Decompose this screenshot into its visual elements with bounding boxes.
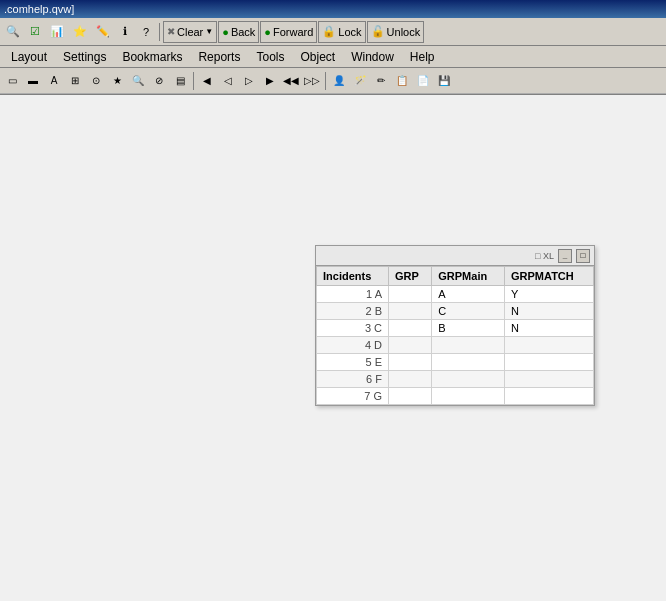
table-row[interactable]: 2 BCN bbox=[317, 303, 594, 320]
back-icon: ● bbox=[222, 26, 229, 38]
maximize-button[interactable]: □ bbox=[576, 249, 590, 263]
obj-icon-8: ⊘ bbox=[155, 75, 163, 86]
table-row[interactable]: 1 AAY bbox=[317, 286, 594, 303]
obj-icon-9: ▤ bbox=[176, 75, 185, 86]
tb2-btn-13[interactable]: ▶ bbox=[260, 71, 280, 91]
tb2-btn-15[interactable]: ▷▷ bbox=[302, 71, 322, 91]
cell-incidents: 1 A bbox=[317, 286, 389, 303]
obj-icon-19: 📋 bbox=[396, 75, 408, 86]
obj-icon-14: ◀◀ bbox=[283, 75, 299, 86]
info-icon: ℹ bbox=[123, 25, 127, 38]
tb2-btn-20[interactable]: 📄 bbox=[413, 71, 433, 91]
unlock-button[interactable]: 🔓 Unlock bbox=[367, 21, 425, 43]
tb2-btn-3[interactable]: A bbox=[44, 71, 64, 91]
cell-incidents: 4 D bbox=[317, 337, 389, 354]
forward-icon: ● bbox=[264, 26, 271, 38]
toolbar-row1: 🔍 ☑ 📊 ⭐ ✏️ ℹ ? ✖ Clear ▼ ● Back bbox=[0, 18, 666, 46]
menu-bookmarks[interactable]: Bookmarks bbox=[115, 47, 189, 67]
tb2-btn-11[interactable]: ◁ bbox=[218, 71, 238, 91]
toolbar-btn-5[interactable]: ✏️ bbox=[92, 21, 114, 43]
cell-grpmain: B bbox=[432, 320, 505, 337]
lock-icon: 🔒 bbox=[322, 25, 336, 38]
lock-button[interactable]: 🔒 Lock bbox=[318, 21, 365, 43]
tb2-btn-18[interactable]: ✏ bbox=[371, 71, 391, 91]
menu-settings[interactable]: Settings bbox=[56, 47, 113, 67]
toolbar-row2: ▭ ▬ A ⊞ ⊙ ★ 🔍 ⊘ ▤ ◀ ◁ ▷ ▶ ◀◀ ▷▷ 👤 🪄 ✏ 📋 … bbox=[0, 68, 666, 94]
tb2-btn-1[interactable]: ▭ bbox=[2, 71, 22, 91]
table-row[interactable]: 4 D bbox=[317, 337, 594, 354]
tb2-btn-10[interactable]: ◀ bbox=[197, 71, 217, 91]
cell-grpmatch bbox=[505, 371, 594, 388]
toolbar-btn-2[interactable]: ☑ bbox=[25, 21, 45, 43]
tb2-btn-2[interactable]: ▬ bbox=[23, 71, 43, 91]
cell-grpmatch: N bbox=[505, 320, 594, 337]
cell-incidents: 2 B bbox=[317, 303, 389, 320]
toolbar-btn-4[interactable]: ⭐ bbox=[69, 21, 91, 43]
table-row[interactable]: 6 F bbox=[317, 371, 594, 388]
cell-grp bbox=[389, 286, 432, 303]
tb2-btn-6[interactable]: ★ bbox=[107, 71, 127, 91]
help-icon: ? bbox=[143, 26, 149, 38]
obj-icon-3: A bbox=[51, 75, 58, 86]
tb2-btn-8[interactable]: ⊘ bbox=[149, 71, 169, 91]
cell-grpmatch bbox=[505, 354, 594, 371]
minimize-button[interactable]: _ bbox=[558, 249, 572, 263]
cell-incidents: 3 C bbox=[317, 320, 389, 337]
table-row[interactable]: 5 E bbox=[317, 354, 594, 371]
table-row[interactable]: 3 CBN bbox=[317, 320, 594, 337]
forward-button[interactable]: ● Forward bbox=[260, 21, 317, 43]
menu-layout[interactable]: Layout bbox=[4, 47, 54, 67]
chart-icon: 📊 bbox=[50, 25, 64, 38]
separator-3 bbox=[325, 72, 326, 90]
clear-button[interactable]: ✖ Clear ▼ bbox=[163, 21, 217, 43]
menu-tools[interactable]: Tools bbox=[249, 47, 291, 67]
cell-grp bbox=[389, 388, 432, 405]
back-button[interactable]: ● Back bbox=[218, 21, 259, 43]
toolbar-btn-7[interactable]: ? bbox=[136, 21, 156, 43]
toolbar-btn-6[interactable]: ℹ bbox=[115, 21, 135, 43]
cell-grp bbox=[389, 303, 432, 320]
tb2-btn-16[interactable]: 👤 bbox=[329, 71, 349, 91]
tb2-btn-9[interactable]: ▤ bbox=[170, 71, 190, 91]
cell-grpmain: C bbox=[432, 303, 505, 320]
menu-help[interactable]: Help bbox=[403, 47, 442, 67]
obj-icon-5: ⊙ bbox=[92, 75, 100, 86]
cell-incidents: 7 G bbox=[317, 388, 389, 405]
tb2-btn-4[interactable]: ⊞ bbox=[65, 71, 85, 91]
tb2-btn-17[interactable]: 🪄 bbox=[350, 71, 370, 91]
tb2-btn-12[interactable]: ▷ bbox=[239, 71, 259, 91]
cell-grpmain bbox=[432, 371, 505, 388]
separator-1 bbox=[159, 23, 160, 41]
table-header-row: Incidents GRP GRPMain GRPMATCH bbox=[317, 267, 594, 286]
tb2-btn-7[interactable]: 🔍 bbox=[128, 71, 148, 91]
edit-icon: ✏️ bbox=[96, 25, 110, 38]
table-row[interactable]: 7 G bbox=[317, 388, 594, 405]
tb2-btn-21[interactable]: 💾 bbox=[434, 71, 454, 91]
main-content: □ XL _ □ Incidents GRP GRPMain GRPMATCH … bbox=[0, 95, 666, 601]
search-icon: 🔍 bbox=[6, 25, 20, 38]
cell-grpmatch bbox=[505, 337, 594, 354]
cell-grpmain bbox=[432, 388, 505, 405]
menubar: Layout Settings Bookmarks Reports Tools … bbox=[0, 46, 666, 68]
cell-grpmatch: N bbox=[505, 303, 594, 320]
toolbar-btn-3[interactable]: 📊 bbox=[46, 21, 68, 43]
table-widget[interactable]: □ XL _ □ Incidents GRP GRPMain GRPMATCH … bbox=[315, 245, 595, 406]
menu-window[interactable]: Window bbox=[344, 47, 401, 67]
menu-object[interactable]: Object bbox=[293, 47, 342, 67]
cell-grp bbox=[389, 354, 432, 371]
check-icon: ☑ bbox=[30, 25, 40, 38]
lock-label: Lock bbox=[338, 26, 361, 38]
clear-icon: ✖ bbox=[167, 26, 175, 37]
toolbar-btn-1[interactable]: 🔍 bbox=[2, 21, 24, 43]
menu-reports[interactable]: Reports bbox=[191, 47, 247, 67]
forward-label: Forward bbox=[273, 26, 313, 38]
obj-icon-1: ▭ bbox=[8, 75, 17, 86]
tb2-btn-14[interactable]: ◀◀ bbox=[281, 71, 301, 91]
tb2-btn-5[interactable]: ⊙ bbox=[86, 71, 106, 91]
title-bar: .comhelp.qvw] bbox=[0, 0, 666, 18]
toolbar-area: 🔍 ☑ 📊 ⭐ ✏️ ℹ ? ✖ Clear ▼ ● Back bbox=[0, 18, 666, 95]
col-header-grpmain: GRPMain bbox=[432, 267, 505, 286]
person-icon: 👤 bbox=[333, 75, 345, 86]
tb2-btn-19[interactable]: 📋 bbox=[392, 71, 412, 91]
obj-icon-10: ◀ bbox=[203, 75, 211, 86]
